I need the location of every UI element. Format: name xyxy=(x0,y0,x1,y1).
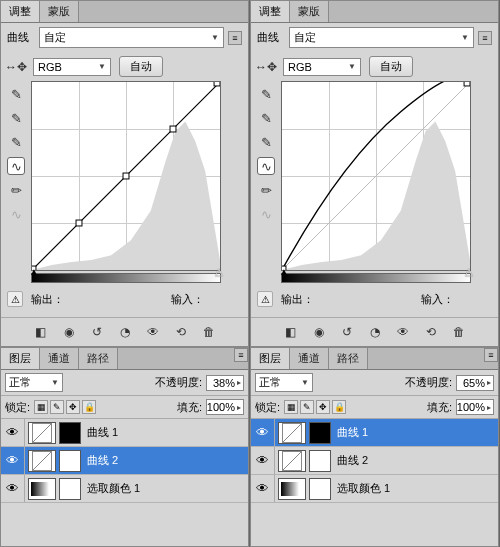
pencil-tool-icon[interactable]: ✏ xyxy=(257,181,275,199)
eyedropper-gray-icon[interactable]: ✎ xyxy=(257,109,275,127)
toggle-eye-icon[interactable]: 👁 xyxy=(394,324,412,340)
clip-icon[interactable]: ◔ xyxy=(116,324,134,340)
input-gradient[interactable]: ▲ △ xyxy=(31,273,221,283)
panel-menu-icon[interactable]: ≡ xyxy=(484,348,498,362)
tab-adjust[interactable]: 调整 xyxy=(251,1,290,22)
tab-layers[interactable]: 图层 xyxy=(1,348,40,369)
eyedropper-black-icon[interactable]: ✎ xyxy=(7,85,25,103)
fill-input[interactable]: 100% ▸ xyxy=(456,399,494,415)
reset-icon[interactable]: ↺ xyxy=(88,324,106,340)
view-previous-icon[interactable]: ◉ xyxy=(310,324,328,340)
layer-thumb-selcolor[interactable] xyxy=(28,478,56,500)
curve-point-tool-icon[interactable]: ∿ xyxy=(257,157,275,175)
lock-all-icon[interactable]: 🔒 xyxy=(82,400,96,414)
opacity-input[interactable]: 65% ▸ xyxy=(456,375,494,391)
layer-thumb-curves[interactable] xyxy=(28,450,56,472)
layer-row[interactable]: 👁 选取颜色 1 xyxy=(251,475,498,503)
curve-point-tool-icon[interactable]: ∿ xyxy=(7,157,25,175)
curve-grid[interactable] xyxy=(281,81,471,271)
layer-row[interactable]: 👁 曲线 2 xyxy=(1,447,248,475)
panel-menu-icon[interactable]: ≡ xyxy=(228,31,242,45)
target-adjust-icon[interactable]: ↔✥ xyxy=(257,58,275,76)
layer-mask-thumb[interactable] xyxy=(59,478,81,500)
layer-row[interactable]: 👁 曲线 1 xyxy=(251,419,498,447)
layer-mask-thumb[interactable] xyxy=(309,478,331,500)
black-point-slider[interactable]: ▲ xyxy=(279,266,289,277)
channel-dropdown[interactable]: RGB ▼ xyxy=(33,58,111,76)
tab-layers[interactable]: 图层 xyxy=(251,348,290,369)
layer-row[interactable]: 👁 曲线 2 xyxy=(251,447,498,475)
eyedropper-white-icon[interactable]: ✎ xyxy=(257,133,275,151)
smooth-tool-icon[interactable]: ∿ xyxy=(7,205,25,223)
eye-icon[interactable]: 👁 xyxy=(1,447,25,474)
layer-name[interactable]: 曲线 1 xyxy=(85,425,248,440)
layer-mask-thumb[interactable] xyxy=(309,422,331,444)
tab-channels[interactable]: 通道 xyxy=(290,348,329,369)
layer-visibility-icon[interactable]: ◧ xyxy=(282,324,300,340)
delete-adj-icon[interactable]: 🗑 xyxy=(200,324,218,340)
layer-name[interactable]: 选取颜色 1 xyxy=(335,481,498,496)
layer-name[interactable]: 曲线 2 xyxy=(335,453,498,468)
tab-mask[interactable]: 蒙版 xyxy=(290,1,329,22)
layer-mask-thumb[interactable] xyxy=(309,450,331,472)
fill-input[interactable]: 100% ▸ xyxy=(206,399,244,415)
channel-dropdown[interactable]: RGB ▼ xyxy=(283,58,361,76)
eye-icon[interactable]: 👁 xyxy=(251,447,275,474)
layer-thumb-curves[interactable] xyxy=(278,450,306,472)
layer-row[interactable]: 👁 选取颜色 1 xyxy=(1,475,248,503)
tab-mask[interactable]: 蒙版 xyxy=(40,1,79,22)
eyedropper-black-icon[interactable]: ✎ xyxy=(257,85,275,103)
auto-button[interactable]: 自动 xyxy=(119,56,163,77)
layer-thumb-selcolor[interactable] xyxy=(278,478,306,500)
input-gradient[interactable]: ▲ △ xyxy=(281,273,471,283)
lock-transparent-icon[interactable]: ▦ xyxy=(284,400,298,414)
blend-mode-dropdown[interactable]: 正常 ▼ xyxy=(255,373,313,392)
target-adjust-icon[interactable]: ↔✥ xyxy=(7,58,25,76)
pencil-tool-icon[interactable]: ✏ xyxy=(7,181,25,199)
reset-default-icon[interactable]: ⟲ xyxy=(172,324,190,340)
panel-menu-icon[interactable]: ≡ xyxy=(234,348,248,362)
tab-paths[interactable]: 路径 xyxy=(79,348,118,369)
eyedropper-white-icon[interactable]: ✎ xyxy=(7,133,25,151)
lock-transparent-icon[interactable]: ▦ xyxy=(34,400,48,414)
layer-row[interactable]: 👁 曲线 1 xyxy=(1,419,248,447)
layer-thumb-curves[interactable] xyxy=(278,422,306,444)
eye-icon[interactable]: 👁 xyxy=(1,419,25,446)
layer-name[interactable]: 曲线 1 xyxy=(335,425,498,440)
toggle-eye-icon[interactable]: 👁 xyxy=(144,324,162,340)
white-point-slider[interactable]: △ xyxy=(215,266,223,277)
clip-warning-icon[interactable]: ⚠ xyxy=(257,291,273,307)
opacity-input[interactable]: 38% ▸ xyxy=(206,375,244,391)
lock-pixels-icon[interactable]: ✎ xyxy=(300,400,314,414)
reset-default-icon[interactable]: ⟲ xyxy=(422,324,440,340)
auto-button[interactable]: 自动 xyxy=(369,56,413,77)
eye-icon[interactable]: 👁 xyxy=(251,419,275,446)
layer-mask-thumb[interactable] xyxy=(59,422,81,444)
clip-warning-icon[interactable]: ⚠ xyxy=(7,291,23,307)
view-previous-icon[interactable]: ◉ xyxy=(60,324,78,340)
preset-dropdown[interactable]: 自定 ▼ xyxy=(289,27,474,48)
clip-icon[interactable]: ◔ xyxy=(366,324,384,340)
lock-position-icon[interactable]: ✥ xyxy=(66,400,80,414)
preset-dropdown[interactable]: 自定 ▼ xyxy=(39,27,224,48)
eye-icon[interactable]: 👁 xyxy=(251,475,275,502)
layer-name[interactable]: 选取颜色 1 xyxy=(85,481,248,496)
layer-thumb-curves[interactable] xyxy=(28,422,56,444)
panel-menu-icon[interactable]: ≡ xyxy=(478,31,492,45)
eyedropper-gray-icon[interactable]: ✎ xyxy=(7,109,25,127)
lock-all-icon[interactable]: 🔒 xyxy=(332,400,346,414)
tab-adjust[interactable]: 调整 xyxy=(1,1,40,22)
lock-position-icon[interactable]: ✥ xyxy=(316,400,330,414)
curve-grid[interactable] xyxy=(31,81,221,271)
reset-icon[interactable]: ↺ xyxy=(338,324,356,340)
white-point-slider[interactable]: △ xyxy=(465,266,473,277)
lock-pixels-icon[interactable]: ✎ xyxy=(50,400,64,414)
delete-adj-icon[interactable]: 🗑 xyxy=(450,324,468,340)
layer-name[interactable]: 曲线 2 xyxy=(85,453,248,468)
eye-icon[interactable]: 👁 xyxy=(1,475,25,502)
smooth-tool-icon[interactable]: ∿ xyxy=(257,205,275,223)
layer-visibility-icon[interactable]: ◧ xyxy=(32,324,50,340)
tab-channels[interactable]: 通道 xyxy=(40,348,79,369)
black-point-slider[interactable]: ▲ xyxy=(29,266,39,277)
blend-mode-dropdown[interactable]: 正常 ▼ xyxy=(5,373,63,392)
